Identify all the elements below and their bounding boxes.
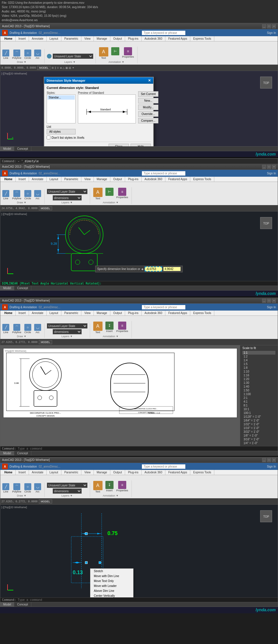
tab-view-4[interactable]: View xyxy=(81,470,94,475)
style-item-standard[interactable]: Standar... xyxy=(47,95,75,100)
concept-tab-3[interactable]: Concept xyxy=(14,451,31,455)
close-btn-dialog[interactable]: Close xyxy=(109,144,129,146)
scale-item-8[interactable]: 1:30 xyxy=(242,381,275,385)
text-btn-3[interactable]: A Text xyxy=(92,321,103,334)
circle-btn-4[interactable]: ○ Circle xyxy=(23,483,32,494)
line-btn-3[interactable]: ╱ Line xyxy=(1,323,10,334)
tab-layout-2[interactable]: Layout xyxy=(47,177,61,182)
dim-layer-select-3[interactable]: dimensions xyxy=(53,329,82,334)
tab-output-4[interactable]: Output xyxy=(110,470,125,475)
sign-in-btn[interactable]: Sign In xyxy=(267,31,276,34)
dim-y-input[interactable] xyxy=(163,267,181,271)
layer-select-2[interactable]: Unsaved Layer State xyxy=(47,189,87,194)
ctx-center-vertically[interactable]: Center Vertically xyxy=(90,593,133,597)
tab-layout-3[interactable]: Layout xyxy=(47,311,61,315)
nav-cube-2[interactable]: TOP xyxy=(257,214,275,232)
tab-parametric-4[interactable]: Parametric xyxy=(61,470,81,475)
polyline-btn-2[interactable]: ⌒ Polyline xyxy=(11,189,22,200)
scale-item-14[interactable]: 8:1 xyxy=(242,404,275,407)
scale-item-5[interactable]: 1:10 xyxy=(242,370,275,373)
dim-x-input[interactable] xyxy=(145,267,162,271)
tab-plugins-2[interactable]: Plug-ins xyxy=(125,177,142,182)
scale-item-17[interactable]: 1/128" = 1'-0" xyxy=(242,415,275,419)
tab-output-3[interactable]: Output xyxy=(110,311,125,315)
tab-view-2[interactable]: View xyxy=(81,177,94,182)
layer-selector[interactable]: Unsaved Layer State xyxy=(47,54,93,59)
all-styles-btn[interactable]: All styles xyxy=(47,129,76,134)
set-current-btn[interactable]: Set Current xyxy=(138,91,158,97)
tab-parametric[interactable]: Parametric xyxy=(61,36,81,41)
sign-in-btn-4[interactable]: Sign In xyxy=(267,465,276,468)
model-tab-1[interactable]: Model xyxy=(0,147,14,151)
dim-btn-2[interactable]: ⊢ xyxy=(105,187,114,200)
minimize-btn-3[interactable]: _ xyxy=(262,299,266,303)
close-btn-4[interactable]: × xyxy=(272,458,276,462)
tab-plugins-4[interactable]: Plug-ins xyxy=(125,470,142,475)
scale-item-3[interactable]: 1:5 xyxy=(242,362,275,366)
scale-item-24[interactable]: 1/4" = 1'-0" xyxy=(242,441,275,445)
dim-layer-select-4[interactable]: dimensions xyxy=(53,488,82,494)
tab-autodesk360[interactable]: Autodesk 360 xyxy=(142,36,165,41)
layer-select[interactable]: Unsaved Layer State xyxy=(53,54,93,59)
concept-tab-1[interactable]: Concept xyxy=(14,147,31,151)
tab-parametric-3[interactable]: Parametric xyxy=(61,311,81,315)
command-input-3[interactable] xyxy=(18,447,133,450)
circle-btn-2[interactable]: ○ Circle xyxy=(23,189,32,200)
tab-manage-3[interactable]: Manage xyxy=(94,311,110,315)
maximize-btn-2[interactable]: □ xyxy=(267,165,271,169)
dim-btn[interactable]: ⊢ xyxy=(110,47,120,60)
tab-home-4[interactable]: Home xyxy=(1,470,16,475)
tab-insert[interactable]: Insert xyxy=(16,36,29,41)
tab-annotate-3[interactable]: Annotate xyxy=(29,311,47,315)
tab-express-3[interactable]: Express Tools xyxy=(190,311,214,315)
dialog-close-btn[interactable]: ✕ xyxy=(148,79,151,83)
tab-insert-4[interactable]: Insert xyxy=(16,470,29,475)
tab-featured[interactable]: Featured Apps xyxy=(165,36,190,41)
scale-item-2[interactable]: 1:4 xyxy=(242,358,275,362)
polyline-btn[interactable]: ⌒ Polyline xyxy=(11,49,22,60)
polyline-btn-4[interactable]: ⌒ Polyline xyxy=(11,483,22,494)
file-tab-2[interactable]: 02_annoDimsc... xyxy=(39,172,61,175)
ctx-move-dim-line[interactable]: Move with Dim Line xyxy=(90,574,133,579)
tab-manage-2[interactable]: Manage xyxy=(94,177,110,182)
scale-item-12[interactable]: 2:1 xyxy=(242,396,275,400)
new-btn[interactable]: New... xyxy=(138,98,158,103)
scale-item-23[interactable]: 3/16" = 1'-0" xyxy=(242,437,275,441)
tab-autodesk360-3[interactable]: Autodesk 360 xyxy=(142,311,165,315)
nav-cube-1[interactable]: TOP xyxy=(257,74,275,91)
text-btn[interactable]: A Text xyxy=(98,47,109,60)
nav-cube-4[interactable]: TOP xyxy=(257,508,275,525)
line-btn[interactable]: ╱ Line xyxy=(1,49,10,60)
layer-select-4[interactable]: Unsaved Layer State xyxy=(47,483,87,488)
file-tab-3[interactable]: 02_annoDimsc... xyxy=(39,306,61,309)
tab-express[interactable]: Express Tools xyxy=(190,36,214,41)
tab-plugins[interactable]: Plug-ins xyxy=(125,36,142,41)
scale-item-10[interactable]: 1:50 xyxy=(242,388,275,392)
tab-express-4[interactable]: Express Tools xyxy=(190,470,214,475)
line-btn-4[interactable]: ╱ Line xyxy=(1,483,10,494)
scale-item-13[interactable]: 4:1 xyxy=(242,400,275,404)
tab-parametric-2[interactable]: Parametric xyxy=(61,177,81,182)
tab-home-2[interactable]: Home xyxy=(1,177,16,182)
tab-layout[interactable]: Layout xyxy=(47,36,61,41)
maximize-btn[interactable]: □ xyxy=(267,24,271,28)
polyline-btn-3[interactable]: ⌒ Polyline xyxy=(11,323,22,334)
search-input-3[interactable] xyxy=(142,305,185,309)
tab-insert-3[interactable]: Insert xyxy=(16,311,29,315)
scale-item-1[interactable]: 1:2 xyxy=(242,355,275,358)
scale-item-21[interactable]: 3/32" = 1'-0" xyxy=(242,430,275,434)
ctx-move-with-leader[interactable]: Move with Leader xyxy=(90,583,133,588)
scale-item-18[interactable]: 1/64" = 1'-0" xyxy=(242,419,275,422)
search-input-4[interactable] xyxy=(142,464,185,469)
line-btn-2[interactable]: ╱ Line xyxy=(1,189,10,200)
tab-annotate[interactable]: Annotate xyxy=(29,36,47,41)
scale-item-16[interactable]: 100:1 xyxy=(242,411,275,415)
tab-featured-4[interactable]: Featured Apps xyxy=(165,470,190,475)
scale-item-15[interactable]: 10:1 xyxy=(242,407,275,411)
scale-item-20[interactable]: 1/16" = 1'-0" xyxy=(242,426,275,430)
insert-btn-3[interactable]: ↧ Insert xyxy=(105,321,114,334)
sign-in-btn-3[interactable]: Sign In xyxy=(267,306,276,309)
close-btn[interactable]: × xyxy=(272,24,276,28)
concept-tab-4[interactable]: Concept xyxy=(14,602,31,607)
scale-item-4[interactable]: 1:8 xyxy=(242,366,275,370)
